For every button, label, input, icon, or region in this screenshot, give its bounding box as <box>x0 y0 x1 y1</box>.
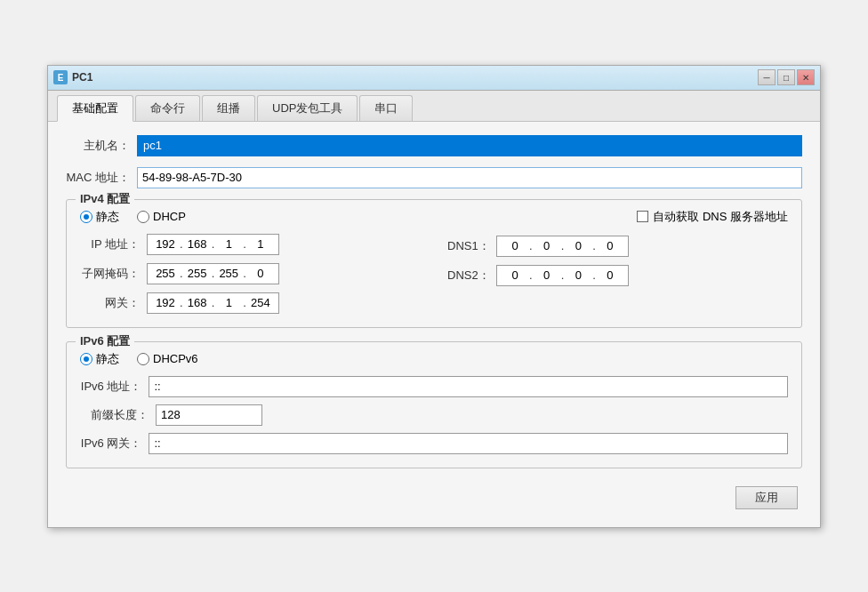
subnet-part1[interactable] <box>152 267 179 280</box>
dns2-row: DNS2： . . . <box>447 265 788 286</box>
dns1-label: DNS1： <box>447 238 496 254</box>
ip-part3[interactable] <box>215 237 242 251</box>
ip-label: IP 地址： <box>80 236 147 252</box>
minimize-button[interactable]: ─ <box>758 69 776 85</box>
maximize-button[interactable]: □ <box>777 69 795 85</box>
ipv4-dhcp-label: DHCP <box>153 210 186 223</box>
hostname-label: 主机名： <box>66 138 137 154</box>
ipv6-dhcpv6-label: DHCPv6 <box>153 352 198 365</box>
dns1-field: . . . <box>496 236 629 257</box>
title-bar: E PC1 ─ □ ✕ <box>48 66 820 91</box>
tab-serial[interactable]: 串口 <box>359 95 413 121</box>
hostname-row: 主机名： <box>66 135 802 156</box>
hostname-input[interactable] <box>137 135 802 156</box>
ipv6-gw-row: IPv6 网关： <box>80 433 788 454</box>
ipv6-dhcpv6-radio[interactable]: DHCPv6 <box>137 352 198 365</box>
apply-row: 应用 <box>66 482 802 514</box>
subnet-part3[interactable] <box>215 267 242 280</box>
ipv6-gw-label: IPv6 网关： <box>80 436 149 452</box>
ipv6-group: IPv6 配置 静态 DHCPv6 IPv6 地址： 前缀长度： <box>66 341 802 468</box>
ipv4-group-title: IPv4 配置 <box>76 191 134 207</box>
subnet-field: . . . <box>147 263 279 284</box>
subnet-part2[interactable] <box>184 267 211 280</box>
dns1-part2[interactable] <box>534 239 560 252</box>
dns1-part3[interactable] <box>565 239 591 252</box>
dns2-label: DNS2： <box>447 268 496 284</box>
tab-udp[interactable]: UDP发包工具 <box>257 95 358 121</box>
close-button[interactable]: ✕ <box>797 69 815 85</box>
ipv6-addr-row: IPv6 地址： <box>80 376 788 397</box>
main-window: E PC1 ─ □ ✕ 基础配置 命令行 组播 UDP发包工具 串口 主机名： … <box>47 65 821 528</box>
mac-input[interactable] <box>137 167 802 188</box>
prefix-input[interactable] <box>156 404 262 426</box>
auto-dns-label: 自动获取 DNS 服务器地址 <box>653 209 788 225</box>
auto-dns-checkbox[interactable] <box>637 211 648 222</box>
app-icon: E <box>53 70 68 84</box>
subnet-label: 子网掩码： <box>80 266 147 282</box>
ipv6-static-radio[interactable]: 静态 <box>80 351 119 367</box>
ipv6-static-label: 静态 <box>96 351 119 367</box>
tab-multicast[interactable]: 组播 <box>202 95 255 121</box>
subnet-part4[interactable] <box>247 267 274 280</box>
gateway-label: 网关： <box>80 295 147 311</box>
mac-row: MAC 地址： <box>66 167 802 188</box>
dns1-part1[interactable] <box>502 239 528 252</box>
gw-part4[interactable] <box>247 296 274 309</box>
dns2-field: . . . <box>496 265 629 286</box>
ipv6-group-title: IPv6 配置 <box>76 333 134 349</box>
dns1-part4[interactable] <box>597 239 623 252</box>
ip-field: . . . <box>147 234 279 255</box>
title-buttons: ─ □ ✕ <box>758 69 815 85</box>
ipv4-static-radio-circle <box>80 211 92 223</box>
gw-part2[interactable] <box>184 296 211 309</box>
ipv6-static-radio-circle <box>80 353 92 365</box>
ipv4-dhcp-radio-circle <box>137 211 149 223</box>
prefix-row: 前缀长度： <box>80 404 788 426</box>
ipv6-addr-label: IPv6 地址： <box>80 379 149 395</box>
dns1-row: DNS1： . . . <box>447 236 788 257</box>
ipv4-group: IPv4 配置 静态 DHCP 自动获取 DNS 服务器地址 <box>66 199 802 328</box>
tab-cmd[interactable]: 命令行 <box>135 95 200 121</box>
ipv4-static-label: 静态 <box>96 209 119 225</box>
ipv6-dhcpv6-radio-circle <box>137 353 149 365</box>
tab-bar: 基础配置 命令行 组播 UDP发包工具 串口 <box>48 91 820 122</box>
gateway-row: 网关： . . . <box>80 292 421 314</box>
subnet-row: 子网掩码： . . . <box>80 263 421 284</box>
ip-part2[interactable] <box>184 237 211 251</box>
gw-part1[interactable] <box>152 296 179 309</box>
ipv6-addr-input[interactable] <box>149 376 788 397</box>
dns2-part3[interactable] <box>565 268 591 282</box>
apply-button[interactable]: 应用 <box>735 486 798 509</box>
window-title: PC1 <box>72 71 92 84</box>
prefix-label: 前缀长度： <box>80 407 156 423</box>
gw-part3[interactable] <box>215 296 242 309</box>
ip-part4[interactable] <box>247 237 274 251</box>
mac-label: MAC 地址： <box>66 170 137 186</box>
ip-part1[interactable] <box>152 237 179 251</box>
dns2-part4[interactable] <box>597 268 623 282</box>
title-bar-left: E PC1 <box>53 70 92 84</box>
ipv4-dhcp-radio[interactable]: DHCP <box>137 210 186 223</box>
ipv4-static-radio[interactable]: 静态 <box>80 209 119 225</box>
dns2-part2[interactable] <box>534 268 560 282</box>
dns2-part1[interactable] <box>502 268 528 282</box>
gateway-field: . . . <box>147 292 279 314</box>
content-area: 主机名： MAC 地址： IPv4 配置 静态 DHCP <box>48 122 820 527</box>
ipv6-gw-input[interactable] <box>149 433 788 454</box>
ip-row: IP 地址： . . . <box>80 234 421 255</box>
tab-basic[interactable]: 基础配置 <box>57 95 133 122</box>
